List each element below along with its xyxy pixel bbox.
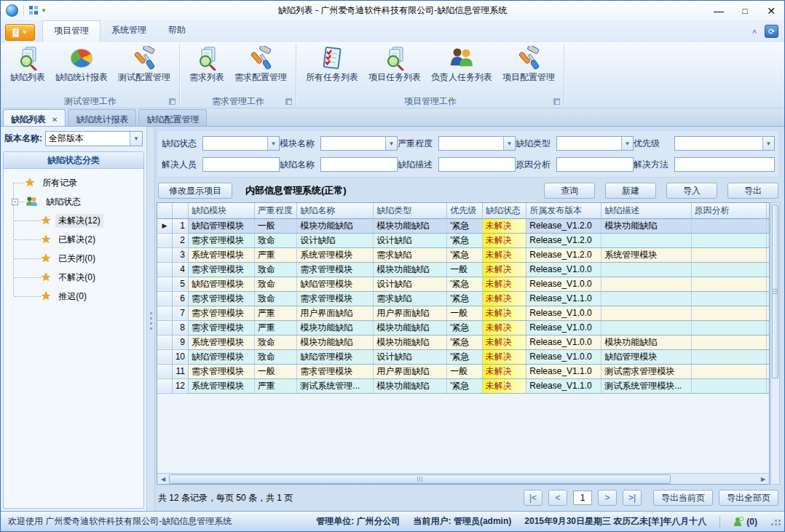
table-cell[interactable]: 致命: [254, 277, 297, 291]
table-cell[interactable]: 严重: [254, 378, 297, 393]
table-cell[interactable]: [691, 349, 766, 364]
table-cell[interactable]: [601, 306, 691, 320]
column-header[interactable]: 解决: [766, 203, 769, 218]
table-cell[interactable]: 需求管理模块: [297, 262, 374, 277]
table-cell[interactable]: [766, 378, 769, 393]
ribbon-button[interactable]: 缺陷统计报表: [50, 44, 113, 85]
table-cell[interactable]: 致命: [254, 262, 297, 277]
dialog-launcher-icon[interactable]: [553, 98, 560, 105]
maximize-button[interactable]: □: [732, 1, 758, 20]
table-cell[interactable]: Release_V1.0.0: [526, 320, 601, 335]
table-cell[interactable]: 未解决: [482, 247, 526, 262]
tree-item[interactable]: ★未解决(12): [5, 211, 142, 230]
tree-item[interactable]: −缺陷状态: [5, 192, 142, 211]
table-cell[interactable]: 一般: [447, 306, 482, 320]
table-cell[interactable]: Release_V1.2.0: [526, 218, 601, 233]
table-cell[interactable]: [691, 277, 766, 291]
ribbon-button[interactable]: 需求列表: [184, 44, 229, 85]
filter-input[interactable]: [321, 158, 397, 171]
scrollbar-thumb[interactable]: [772, 205, 778, 378]
ribbon-tab[interactable]: 项目管理: [42, 20, 100, 42]
table-cell[interactable]: 模块功能缺陷: [297, 320, 374, 335]
ribbon-tab[interactable]: 帮助: [157, 20, 197, 42]
table-cell[interactable]: 测试系统管理模块...: [601, 378, 691, 393]
row-indicator-cell[interactable]: [157, 262, 172, 277]
table-cell[interactable]: 致命: [254, 349, 297, 364]
column-header[interactable]: 缺陷名称: [297, 203, 374, 218]
table-cell[interactable]: 致命: [254, 335, 297, 349]
scroll-left-icon[interactable]: ◀: [158, 475, 168, 484]
tree-expander-icon[interactable]: −: [12, 199, 18, 205]
table-cell[interactable]: 严重: [254, 306, 297, 320]
export-all-pages-button[interactable]: 导出全部页: [719, 490, 778, 506]
table-row[interactable]: 5缺陷管理模块致命缺陷管理模块设计缺陷'紧急未解决Release_V1.0.0: [157, 277, 769, 291]
table-row[interactable]: 4需求管理模块致命需求管理模块模块功能缺陷一般未解决Release_V1.0.0: [157, 262, 769, 277]
table-cell[interactable]: '紧急: [447, 378, 482, 393]
row-number-cell[interactable]: 5: [172, 277, 188, 291]
table-cell[interactable]: [601, 320, 691, 335]
document-tab[interactable]: 缺陷统计报表: [68, 109, 136, 126]
table-cell[interactable]: 需求缺陷: [374, 291, 447, 306]
table-cell[interactable]: [766, 233, 769, 247]
table-row[interactable]: 7需求管理模块严重用户界面缺陷用户界面缺陷一般未解决Release_V1.0.0: [157, 306, 769, 320]
table-cell[interactable]: [691, 233, 766, 247]
table-cell[interactable]: [691, 291, 766, 306]
table-cell[interactable]: 未解决: [482, 364, 526, 378]
ribbon-button[interactable]: 项目配置管理: [497, 44, 560, 85]
table-cell[interactable]: 需求管理模块: [188, 306, 254, 320]
next-page-button[interactable]: >: [598, 490, 617, 506]
tree-item[interactable]: ★不解决(0): [5, 268, 142, 287]
row-indicator-cell[interactable]: ▶: [157, 218, 172, 233]
tree-item[interactable]: ★所有记录: [5, 173, 142, 192]
minimize-button[interactable]: —: [706, 1, 732, 20]
close-icon[interactable]: ✕: [52, 116, 58, 124]
table-cell[interactable]: 系统管理模块: [297, 247, 374, 262]
column-header[interactable]: 缺陷类型: [374, 203, 447, 218]
table-cell[interactable]: [691, 306, 766, 320]
table-cell[interactable]: 系统管理模块: [188, 335, 254, 349]
table-row[interactable]: 11需求管理模块一般需求管理模块用户界面缺陷一般未解决Release_V1.1.…: [157, 364, 769, 378]
ribbon-button[interactable]: 缺陷列表: [5, 44, 50, 85]
table-cell[interactable]: 设计缺陷: [374, 277, 447, 291]
column-header[interactable]: 所属发布版本: [526, 203, 601, 218]
filter-combobox[interactable]: ▼: [556, 136, 634, 151]
table-cell[interactable]: 未解决: [482, 277, 526, 291]
table-cell[interactable]: [691, 335, 766, 349]
table-cell[interactable]: [766, 291, 769, 306]
row-number-cell[interactable]: 6: [172, 291, 188, 306]
document-tab[interactable]: 缺陷列表✕: [3, 109, 66, 126]
row-indicator-cell[interactable]: [157, 364, 172, 378]
application-menu-button[interactable]: ▼: [5, 24, 35, 41]
table-cell[interactable]: [691, 364, 766, 378]
table-row[interactable]: 10缺陷管理模块致命缺陷管理模块设计缺陷'紧急未解决Release_V1.0.0…: [157, 349, 769, 364]
row-number-cell[interactable]: 7: [172, 306, 188, 320]
table-cell[interactable]: Release_V1.1.0: [526, 364, 601, 378]
table-cell[interactable]: 未解决: [482, 320, 526, 335]
table-cell[interactable]: 需求管理模块: [297, 291, 374, 306]
table-cell[interactable]: 一般: [447, 364, 482, 378]
import-button[interactable]: 导入: [666, 183, 717, 199]
table-cell[interactable]: 系统管理模块: [188, 378, 254, 393]
table-cell[interactable]: 测试需求管理模块: [601, 364, 691, 378]
table-cell[interactable]: [766, 306, 769, 320]
table-cell[interactable]: [691, 247, 766, 262]
table-cell[interactable]: 缺陷管理模块: [601, 349, 691, 364]
table-cell[interactable]: '紧急: [447, 291, 482, 306]
page-number-input[interactable]: [573, 491, 592, 505]
table-cell[interactable]: 一般: [254, 218, 297, 233]
filter-combobox[interactable]: ▼: [202, 136, 280, 151]
filter-combobox[interactable]: ▼: [438, 136, 516, 151]
row-indicator-cell[interactable]: [157, 335, 172, 349]
table-cell[interactable]: 用户界面缺陷: [374, 306, 447, 320]
prev-page-button[interactable]: <: [548, 490, 567, 506]
table-cell[interactable]: 缺陷管理模块: [188, 277, 254, 291]
modify-display-items-button[interactable]: 修改显示项目: [158, 183, 232, 199]
table-cell[interactable]: '紧急: [447, 349, 482, 364]
column-header[interactable]: 原因分析: [691, 203, 766, 218]
chevron-down-icon[interactable]: ▼: [267, 137, 279, 150]
row-indicator-cell[interactable]: [157, 291, 172, 306]
tree-item[interactable]: ★已解决(2): [5, 230, 142, 249]
row-number-cell[interactable]: 3: [172, 247, 188, 262]
table-cell[interactable]: 设计缺陷: [374, 349, 447, 364]
table-cell[interactable]: [601, 291, 691, 306]
